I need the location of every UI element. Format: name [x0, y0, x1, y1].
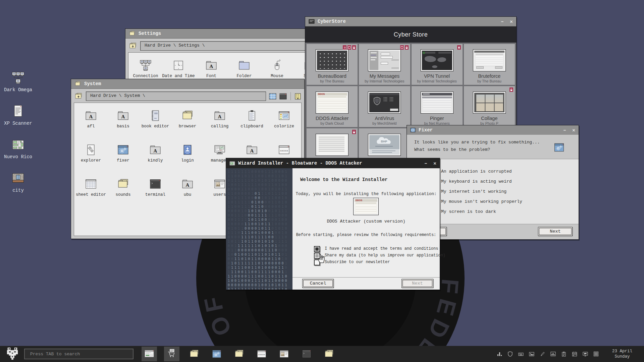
store-app-pinger[interactable]: Pinger by Net Runners [412, 86, 463, 127]
app-publisher: by Internal Technologies [365, 79, 404, 83]
taskbar-search-input[interactable]: Press TAB to search [24, 349, 133, 359]
close-button[interactable]: ✕ [510, 18, 513, 25]
tray-picture-icon[interactable] [529, 351, 535, 357]
pause-badge-icon [457, 45, 461, 50]
tray-calendar-icon[interactable] [572, 351, 578, 357]
taskbar-app-folder-yellow[interactable] [231, 347, 247, 361]
fixer-icon [116, 143, 130, 157]
tray-keyboard-icon[interactable] [518, 351, 524, 357]
desktop-icon-xp-scanner[interactable]: XP Scanner [3, 104, 34, 137]
tray-chart-window-icon[interactable] [550, 351, 556, 357]
svg-text:A: A [210, 64, 213, 69]
up-folder-button[interactable] [74, 92, 83, 101]
app-screenshot-thumb: BHP [368, 134, 401, 156]
tray-clipboard-icon[interactable] [561, 351, 567, 357]
file-item-basis[interactable]: A basis [107, 107, 139, 141]
minimize-button[interactable]: – [424, 161, 427, 166]
next-button[interactable]: Next [401, 279, 433, 288]
file-item-kindly[interactable]: A kindly [139, 141, 171, 175]
desktop-icon-city[interactable]: city [3, 171, 34, 204]
up-folder-button[interactable] [128, 42, 137, 50]
tray-pen-icon[interactable] [539, 351, 545, 357]
fixer-option-4[interactable]: My screen is too dark [431, 209, 496, 214]
desktop-icon-nuevo-rico[interactable]: Nuevo Rico [3, 137, 34, 171]
file-item-fixer[interactable]: fixer [107, 141, 139, 175]
system-titlebar[interactable]: System [71, 79, 304, 89]
file-item-ubu[interactable]: A ubu [171, 175, 204, 209]
folder-yellow-icon [189, 348, 200, 360]
app-screenshot-thumb [421, 92, 453, 114]
store-app-collage[interactable]: Collage by Photo P [464, 86, 515, 127]
taskbar-app-password-window[interactable]: xxxxx [254, 347, 269, 361]
taskbar-app-cart[interactable] [164, 347, 179, 361]
tray-dither-icon[interactable] [593, 351, 599, 357]
file-item-calling[interactable]: A calling [204, 107, 236, 141]
app-name: My Messages [370, 73, 399, 79]
fixer-option-2[interactable]: My internet isn't working [431, 189, 506, 194]
password-window-icon: xxxxx [256, 348, 267, 360]
folder-yellow-icon [323, 348, 335, 360]
os-logo[interactable] [6, 347, 19, 361]
file-item-book-editor[interactable]: book editor [139, 107, 171, 141]
window-badge-icon [347, 45, 351, 50]
folder-a-icon: A [213, 109, 226, 122]
view-list-button[interactable] [279, 93, 287, 100]
store-app-my-messages[interactable]: My Messages by Internal Technologies [359, 44, 410, 85]
gears-doc-icon [84, 143, 98, 157]
tray-stats-icon[interactable] [496, 351, 502, 357]
taskbar-app-folder-yellow[interactable] [321, 347, 337, 361]
cyberstore-titlebar[interactable]: CyberStore –✕ [305, 17, 516, 26]
svg-text:A: A [250, 148, 254, 154]
wizard-titlebar[interactable]: Wizard Installer - Bloatware - DDOS Atta… [226, 158, 440, 169]
file-item-login[interactable]: login [171, 141, 204, 175]
close-button[interactable]: ✕ [572, 127, 575, 133]
folder-yellow-icon [233, 348, 245, 360]
wizard-installer-window[interactable]: Wizard Installer - Bloatware - DDOS Atta… [226, 158, 440, 290]
installer-icon [144, 348, 155, 360]
file-item-explorer[interactable]: explorer [75, 141, 107, 175]
taskbar-app-folder-yellow[interactable] [186, 347, 202, 361]
close-button[interactable]: ✕ [433, 160, 436, 167]
settings-window-title: Settings [139, 31, 161, 36]
taskbar-app-installer[interactable] [142, 347, 157, 361]
taskbar-app-fixer[interactable] [209, 347, 224, 361]
taskbar-date[interactable]: 23 April Sunday [604, 349, 640, 359]
minimize-button[interactable]: – [563, 127, 566, 133]
taskbar-app-image-window[interactable] [276, 347, 292, 361]
file-item-label: Mouse [271, 74, 283, 79]
lock-badge-icon [352, 130, 356, 134]
wizard-checkbox-0[interactable] [314, 246, 320, 252]
fixer-titlebar[interactable]: Fixer –✕ [407, 125, 579, 135]
store-app-bureauboard[interactable]: BureauBoard by The Bureau [307, 44, 358, 85]
desktop-icon-dark-omega[interactable]: Dark Omega [3, 70, 34, 104]
file-item-terminal[interactable]: terminal [139, 175, 171, 209]
store-app-bruteforce[interactable]: Bruteforce by The Bureau [464, 44, 515, 85]
store-app-ddos-attacker[interactable]: DDOS DDOS Attacker by Dark Cloud [307, 86, 358, 127]
file-item-browser[interactable]: browser [171, 107, 204, 141]
tray-shield-icon[interactable] [507, 351, 513, 357]
fixer-window-icon [410, 128, 416, 132]
app-name: Pinger [430, 116, 444, 121]
fixer-option-0[interactable]: An application is corrupted [431, 169, 512, 174]
view-grid-button[interactable] [269, 93, 276, 100]
store-app-vpn-tunnel[interactable]: VPN Tunnel by Internal Technologies [412, 44, 463, 85]
file-item-clipboard[interactable]: clipboard [236, 107, 268, 141]
building-icon[interactable] [294, 93, 301, 100]
fixer-option-3[interactable]: My mouse isn't working properly [431, 199, 522, 204]
next-button[interactable]: Next [538, 227, 573, 236]
file-item-sounds[interactable]: sounds [107, 175, 139, 209]
store-app-antivirus[interactable]: AntiVirus by MechShield [359, 86, 410, 127]
fixer-option-1[interactable]: My keyboard is acting weird [431, 179, 512, 184]
wizard-heading: Welcome to the Wizard Installer [300, 177, 440, 182]
folder-yellow-icon [116, 177, 130, 191]
file-item-label: afl [87, 124, 95, 129]
cancel-button[interactable]: Cancel [302, 279, 334, 288]
file-item-afl[interactable]: A afl [75, 107, 107, 141]
taskbar-app-terminal[interactable] [299, 347, 314, 361]
tray-chat-display-icon[interactable] [582, 351, 588, 357]
file-item-colorize[interactable]: colorize [268, 107, 300, 141]
system-address-bar[interactable]: Hard Drive \ System \ [86, 92, 266, 101]
fixer-option-label: My keyboard is acting weird [441, 179, 512, 184]
minimize-button[interactable]: – [501, 19, 504, 24]
file-item-sheet-editor[interactable]: sheet editor [75, 175, 107, 209]
